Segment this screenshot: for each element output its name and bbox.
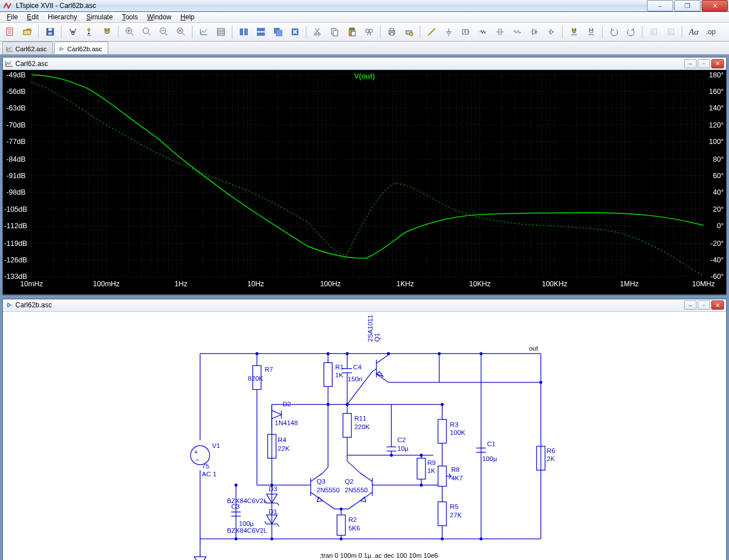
svg-rect-301	[438, 419, 447, 443]
menu-help[interactable]: Help	[176, 12, 199, 22]
print-setup-icon[interactable]	[401, 24, 417, 40]
zoom-pan-icon[interactable]	[139, 24, 155, 40]
save-icon[interactable]	[42, 24, 58, 40]
menu-file[interactable]: File	[2, 12, 22, 22]
svg-text:R2: R2	[349, 516, 357, 523]
plot-tab-icon	[6, 46, 13, 52]
tab-label: Carl62.asc	[15, 46, 47, 52]
schem-window-title: Carl62b.asc	[15, 301, 52, 309]
svg-text:100K: 100K	[450, 429, 465, 436]
menu-edit[interactable]: Edit	[22, 12, 43, 22]
resistor-icon[interactable]	[475, 24, 491, 40]
svg-rect-16	[276, 30, 282, 36]
rotate-icon[interactable]: Ê	[646, 24, 662, 40]
plot-close-button[interactable]: ✕	[711, 59, 724, 68]
component-q3: Q3 2N5550	[308, 404, 339, 509]
drag-icon[interactable]	[583, 24, 599, 40]
pick-visible-traces-icon[interactable]	[213, 24, 229, 40]
svg-text:100mHz: 100mHz	[93, 280, 120, 288]
run-icon[interactable]	[82, 24, 98, 40]
simulate-icon[interactable]	[65, 24, 81, 40]
svg-text:40°: 40°	[713, 188, 724, 196]
svg-text:V1: V1	[212, 442, 220, 449]
component-icon[interactable]	[543, 24, 559, 40]
svg-text:R4: R4	[278, 436, 286, 443]
svg-rect-311	[438, 501, 447, 525]
plot-maximize-button[interactable]: ▫	[698, 59, 710, 68]
move-icon[interactable]	[566, 24, 582, 40]
diode-icon[interactable]	[526, 24, 542, 40]
component-c2: C2 10µ	[387, 436, 409, 455]
svg-marker-181	[194, 557, 206, 560]
paste-icon[interactable]	[344, 24, 360, 40]
svg-text:D2: D2	[282, 400, 291, 407]
redo-icon[interactable]	[623, 24, 639, 40]
plot-window-title: Carl62.asc	[15, 60, 48, 68]
plot-canvas[interactable]: -49dB -56dB -63dB -70dB -77dB -84dB -91d…	[3, 70, 726, 295]
draw-wire-icon[interactable]	[424, 24, 440, 40]
cut-icon[interactable]	[310, 24, 326, 40]
svg-text:100Hz: 100Hz	[320, 280, 341, 288]
tile-horiz-icon[interactable]	[253, 24, 269, 40]
plot-minimize-button[interactable]: –	[684, 59, 697, 68]
find-icon[interactable]	[361, 24, 377, 40]
minimize-button[interactable]: –	[647, 0, 673, 11]
tab-carl62b[interactable]: Carl62b.asc	[54, 42, 108, 54]
inductor-icon[interactable]	[509, 24, 525, 40]
svg-point-215	[235, 483, 237, 486]
svg-text:100µ: 100µ	[482, 455, 497, 462]
schem-close-button[interactable]: ✕	[711, 300, 724, 310]
spice-directive-icon[interactable]: .op	[703, 24, 719, 40]
svg-text:-84dB: -84dB	[6, 155, 26, 163]
svg-text:1MHz: 1MHz	[620, 280, 639, 288]
mirror-icon[interactable]: E	[663, 24, 679, 40]
svg-text:C2: C2	[398, 436, 406, 443]
text-icon[interactable]: Aα	[686, 24, 702, 40]
tile-vert-icon[interactable]	[236, 24, 252, 40]
zoom-in-icon[interactable]	[122, 24, 138, 40]
zoom-fit-icon[interactable]	[173, 24, 189, 40]
schematic-canvas[interactable]: + − V1 75 AC 1 R7 820K	[3, 312, 726, 560]
svg-text:BZX84C6V2L: BZX84C6V2L	[227, 527, 268, 534]
schem-minimize-button[interactable]: –	[684, 300, 697, 310]
svg-text:-98dB: -98dB	[6, 188, 26, 196]
autorange-icon[interactable]	[196, 24, 212, 40]
svg-text:-105dB: -105dB	[4, 205, 27, 213]
svg-text:R11: R11	[354, 415, 366, 422]
svg-text:Ê: Ê	[652, 30, 655, 35]
close-button[interactable]: ✕	[702, 0, 728, 11]
menu-hierarchy[interactable]: Hierarchy	[43, 12, 81, 22]
label-net-icon[interactable]: A	[458, 24, 474, 40]
maximize-button[interactable]: ❐	[674, 0, 701, 11]
svg-rect-29	[390, 33, 394, 35]
svg-rect-13	[257, 28, 265, 31]
new-schematic-icon[interactable]	[2, 24, 18, 40]
close-window-icon[interactable]	[287, 24, 303, 40]
halt-icon[interactable]	[99, 24, 115, 40]
undo-icon[interactable]	[606, 24, 622, 40]
svg-text:-56dB: -56dB	[6, 88, 26, 96]
svg-text:150n: 150n	[348, 375, 363, 382]
menu-window[interactable]: Window	[142, 12, 176, 22]
copy-icon[interactable]	[327, 24, 343, 40]
ground-icon[interactable]	[441, 24, 457, 40]
cascade-icon[interactable]	[270, 24, 286, 40]
tab-carl62[interactable]: Carl62.asc	[2, 42, 53, 54]
window-titlebar: LTspice XVII - Carl62b.asc – ❐ ✕	[0, 0, 729, 12]
svg-point-266	[438, 352, 441, 355]
svg-text:R1: R1	[335, 363, 344, 370]
capacitor-icon[interactable]	[492, 24, 508, 40]
svg-text:20°: 20°	[713, 205, 724, 213]
open-icon[interactable]	[19, 24, 35, 40]
component-d3: D3 BZX84C6V2L	[227, 485, 279, 505]
schem-maximize-button[interactable]: ▫	[698, 300, 710, 310]
zoom-out-icon[interactable]	[156, 24, 172, 40]
svg-text:-112dB: -112dB	[4, 222, 27, 230]
svg-line-287	[347, 461, 361, 473]
menu-simulate[interactable]: Simulate	[81, 12, 117, 22]
svg-line-276	[323, 467, 328, 473]
svg-point-299	[339, 537, 342, 540]
menu-tools[interactable]: Tools	[117, 12, 142, 22]
print-icon[interactable]	[384, 24, 400, 40]
svg-point-250	[390, 454, 393, 456]
